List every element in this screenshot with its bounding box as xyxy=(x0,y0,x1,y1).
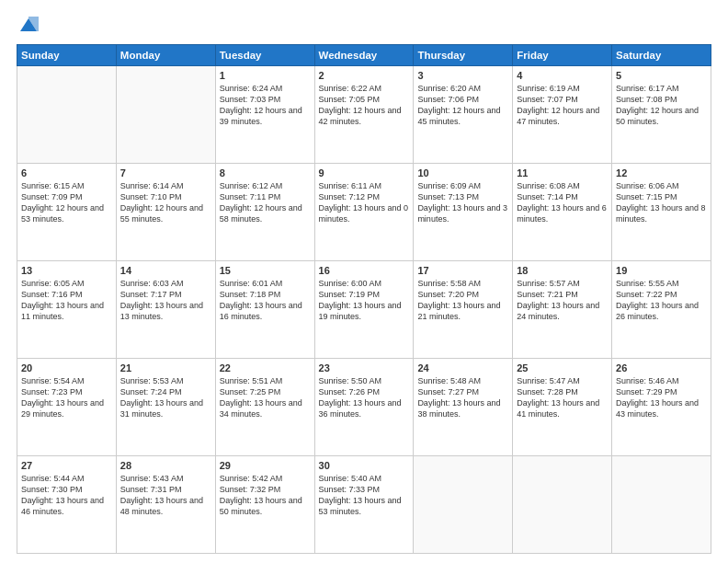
day-number: 25 xyxy=(517,362,608,373)
day-info: Sunrise: 5:42 AM Sunset: 7:32 PM Dayligh… xyxy=(220,473,311,518)
day-number: 20 xyxy=(21,362,112,373)
day-info: Sunrise: 5:53 AM Sunset: 7:24 PM Dayligh… xyxy=(120,375,211,420)
day-number: 2 xyxy=(319,70,410,81)
calendar-cell: 15Sunrise: 6:01 AM Sunset: 7:18 PM Dayli… xyxy=(215,261,314,359)
calendar-cell: 28Sunrise: 5:43 AM Sunset: 7:31 PM Dayli… xyxy=(116,456,215,554)
calendar-cell: 13Sunrise: 6:05 AM Sunset: 7:16 PM Dayli… xyxy=(17,261,117,359)
day-info: Sunrise: 5:50 AM Sunset: 7:26 PM Dayligh… xyxy=(319,375,410,420)
day-info: Sunrise: 6:12 AM Sunset: 7:11 PM Dayligh… xyxy=(220,180,311,225)
day-number: 4 xyxy=(517,70,608,81)
page: SundayMondayTuesdayWednesdayThursdayFrid… xyxy=(0,0,728,563)
calendar-cell: 30Sunrise: 5:40 AM Sunset: 7:33 PM Dayli… xyxy=(314,456,414,554)
calendar-cell: 19Sunrise: 5:55 AM Sunset: 7:22 PM Dayli… xyxy=(612,261,711,359)
day-info: Sunrise: 5:55 AM Sunset: 7:22 PM Dayligh… xyxy=(616,278,707,323)
calendar-cell: 22Sunrise: 5:51 AM Sunset: 7:25 PM Dayli… xyxy=(215,359,314,456)
calendar-week-2: 6Sunrise: 6:15 AM Sunset: 7:09 PM Daylig… xyxy=(17,164,711,261)
day-number: 21 xyxy=(120,362,211,373)
calendar-header-friday: Friday xyxy=(513,45,612,66)
day-info: Sunrise: 6:06 AM Sunset: 7:15 PM Dayligh… xyxy=(616,180,707,225)
day-info: Sunrise: 6:05 AM Sunset: 7:16 PM Dayligh… xyxy=(21,278,112,323)
day-info: Sunrise: 6:08 AM Sunset: 7:14 PM Dayligh… xyxy=(517,180,608,225)
day-info: Sunrise: 5:57 AM Sunset: 7:21 PM Dayligh… xyxy=(517,278,608,323)
calendar-week-1: 1Sunrise: 6:24 AM Sunset: 7:03 PM Daylig… xyxy=(17,66,711,164)
day-number: 23 xyxy=(319,362,410,373)
calendar-cell: 20Sunrise: 5:54 AM Sunset: 7:23 PM Dayli… xyxy=(17,359,117,456)
calendar-week-4: 20Sunrise: 5:54 AM Sunset: 7:23 PM Dayli… xyxy=(17,359,711,456)
day-number: 7 xyxy=(120,167,211,178)
calendar-cell: 5Sunrise: 6:17 AM Sunset: 7:08 PM Daylig… xyxy=(612,66,711,164)
calendar-week-3: 13Sunrise: 6:05 AM Sunset: 7:16 PM Dayli… xyxy=(17,261,711,359)
day-number: 1 xyxy=(220,70,311,81)
calendar-header-thursday: Thursday xyxy=(414,45,513,66)
calendar-cell: 27Sunrise: 5:44 AM Sunset: 7:30 PM Dayli… xyxy=(17,456,117,554)
calendar-cell: 10Sunrise: 6:09 AM Sunset: 7:13 PM Dayli… xyxy=(414,164,513,261)
day-number: 17 xyxy=(417,265,508,276)
calendar-cell xyxy=(513,456,612,554)
day-info: Sunrise: 5:47 AM Sunset: 7:28 PM Dayligh… xyxy=(517,375,608,420)
calendar-cell xyxy=(116,66,215,164)
day-info: Sunrise: 6:01 AM Sunset: 7:18 PM Dayligh… xyxy=(220,278,311,323)
calendar-cell: 3Sunrise: 6:20 AM Sunset: 7:06 PM Daylig… xyxy=(414,66,513,164)
calendar-cell: 25Sunrise: 5:47 AM Sunset: 7:28 PM Dayli… xyxy=(513,359,612,456)
day-info: Sunrise: 6:20 AM Sunset: 7:06 PM Dayligh… xyxy=(417,83,508,128)
header xyxy=(17,15,711,35)
day-info: Sunrise: 5:43 AM Sunset: 7:31 PM Dayligh… xyxy=(120,473,211,518)
calendar-cell: 6Sunrise: 6:15 AM Sunset: 7:09 PM Daylig… xyxy=(17,164,117,261)
day-info: Sunrise: 5:44 AM Sunset: 7:30 PM Dayligh… xyxy=(21,473,112,518)
logo-icon xyxy=(18,15,39,35)
calendar-cell: 16Sunrise: 6:00 AM Sunset: 7:19 PM Dayli… xyxy=(314,261,414,359)
day-number: 3 xyxy=(417,70,508,81)
calendar-cell xyxy=(414,456,513,554)
day-number: 8 xyxy=(220,167,311,178)
calendar-cell: 11Sunrise: 6:08 AM Sunset: 7:14 PM Dayli… xyxy=(513,164,612,261)
calendar-header-monday: Monday xyxy=(116,45,215,66)
calendar-cell: 12Sunrise: 6:06 AM Sunset: 7:15 PM Dayli… xyxy=(612,164,711,261)
day-number: 26 xyxy=(616,362,707,373)
calendar-cell: 4Sunrise: 6:19 AM Sunset: 7:07 PM Daylig… xyxy=(513,66,612,164)
day-info: Sunrise: 6:17 AM Sunset: 7:08 PM Dayligh… xyxy=(616,83,707,128)
day-number: 29 xyxy=(220,460,311,471)
day-info: Sunrise: 5:58 AM Sunset: 7:20 PM Dayligh… xyxy=(417,278,508,323)
day-info: Sunrise: 6:15 AM Sunset: 7:09 PM Dayligh… xyxy=(21,180,112,225)
calendar-cell: 1Sunrise: 6:24 AM Sunset: 7:03 PM Daylig… xyxy=(215,66,314,164)
day-info: Sunrise: 6:09 AM Sunset: 7:13 PM Dayligh… xyxy=(417,180,508,225)
day-number: 9 xyxy=(319,167,410,178)
day-number: 19 xyxy=(616,265,707,276)
calendar-cell: 23Sunrise: 5:50 AM Sunset: 7:26 PM Dayli… xyxy=(314,359,414,456)
calendar-cell: 17Sunrise: 5:58 AM Sunset: 7:20 PM Dayli… xyxy=(414,261,513,359)
day-info: Sunrise: 6:24 AM Sunset: 7:03 PM Dayligh… xyxy=(220,83,311,128)
day-number: 5 xyxy=(616,70,707,81)
calendar-cell xyxy=(612,456,711,554)
day-number: 15 xyxy=(220,265,311,276)
day-info: Sunrise: 5:40 AM Sunset: 7:33 PM Dayligh… xyxy=(319,473,410,518)
calendar-cell: 7Sunrise: 6:14 AM Sunset: 7:10 PM Daylig… xyxy=(116,164,215,261)
day-info: Sunrise: 6:14 AM Sunset: 7:10 PM Dayligh… xyxy=(120,180,211,225)
day-number: 18 xyxy=(517,265,608,276)
logo xyxy=(17,15,39,35)
calendar-week-5: 27Sunrise: 5:44 AM Sunset: 7:30 PM Dayli… xyxy=(17,456,711,554)
day-info: Sunrise: 5:51 AM Sunset: 7:25 PM Dayligh… xyxy=(220,375,311,420)
day-info: Sunrise: 6:00 AM Sunset: 7:19 PM Dayligh… xyxy=(319,278,410,323)
calendar-header-row: SundayMondayTuesdayWednesdayThursdayFrid… xyxy=(17,45,711,66)
day-number: 14 xyxy=(120,265,211,276)
day-number: 24 xyxy=(417,362,508,373)
calendar-header-sunday: Sunday xyxy=(17,45,117,66)
day-info: Sunrise: 5:48 AM Sunset: 7:27 PM Dayligh… xyxy=(417,375,508,420)
calendar-cell: 8Sunrise: 6:12 AM Sunset: 7:11 PM Daylig… xyxy=(215,164,314,261)
day-info: Sunrise: 6:19 AM Sunset: 7:07 PM Dayligh… xyxy=(517,83,608,128)
calendar-cell: 21Sunrise: 5:53 AM Sunset: 7:24 PM Dayli… xyxy=(116,359,215,456)
calendar-cell xyxy=(17,66,117,164)
calendar-cell: 26Sunrise: 5:46 AM Sunset: 7:29 PM Dayli… xyxy=(612,359,711,456)
day-info: Sunrise: 6:11 AM Sunset: 7:12 PM Dayligh… xyxy=(319,180,410,225)
day-info: Sunrise: 6:03 AM Sunset: 7:17 PM Dayligh… xyxy=(120,278,211,323)
day-number: 30 xyxy=(319,460,410,471)
calendar-cell: 9Sunrise: 6:11 AM Sunset: 7:12 PM Daylig… xyxy=(314,164,414,261)
calendar-cell: 18Sunrise: 5:57 AM Sunset: 7:21 PM Dayli… xyxy=(513,261,612,359)
calendar-cell: 2Sunrise: 6:22 AM Sunset: 7:05 PM Daylig… xyxy=(314,66,414,164)
calendar-header-wednesday: Wednesday xyxy=(314,45,414,66)
day-number: 12 xyxy=(616,167,707,178)
day-number: 16 xyxy=(319,265,410,276)
calendar-cell: 24Sunrise: 5:48 AM Sunset: 7:27 PM Dayli… xyxy=(414,359,513,456)
day-number: 13 xyxy=(21,265,112,276)
day-info: Sunrise: 5:54 AM Sunset: 7:23 PM Dayligh… xyxy=(21,375,112,420)
